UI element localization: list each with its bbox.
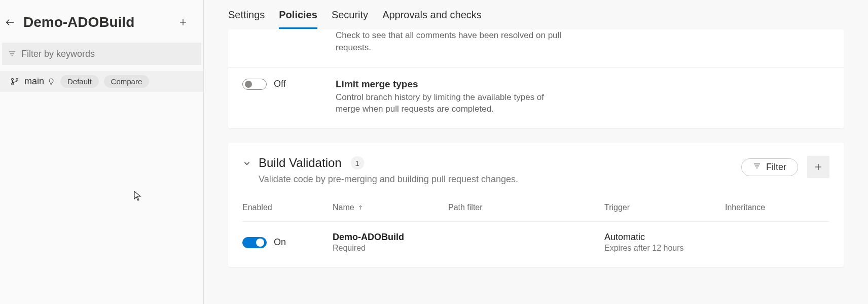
filter-button-label: Filter [766,162,786,173]
col-inheritance[interactable]: Inheritance [725,203,816,212]
lightbulb-icon [47,78,55,86]
svg-point-1 [12,83,14,85]
toggle-limit-merge-types-wrap: Off [242,79,323,90]
cell-trigger: Automatic Expires after 12 hours [604,232,721,253]
chevron-down-icon[interactable] [242,159,251,168]
mouse-cursor-icon [134,191,142,201]
build-validation-row[interactable]: On Demo-ADOBuild Required Automatic Expi… [242,222,829,263]
toggle-build-enabled[interactable] [242,237,267,248]
filter-keywords-box[interactable] [2,43,201,65]
content-scroll[interactable]: Check to see that all comments have been… [204,29,868,304]
sidebar: Demo-ADOBuild main Default Compare [0,0,204,304]
sidebar-header: Demo-ADOBuild [0,0,203,43]
build-validation-title: Build Validation [259,156,342,170]
build-validation-filter-button[interactable]: Filter [741,158,798,176]
branch-row-main[interactable]: main Default Compare [0,71,203,92]
policy-comment-resolution-desc-row: Check to see that all comments have been… [228,29,844,67]
build-row-expires: Expires after 12 hours [604,244,721,253]
back-arrow-icon[interactable] [4,16,16,28]
sort-asc-icon [357,205,364,211]
toggle-limit-merge-types-label: Off [274,79,286,89]
tab-policies[interactable]: Policies [279,9,317,29]
build-row-requirement: Required [333,244,444,253]
svg-point-0 [12,78,14,80]
col-name-label: Name [333,203,354,212]
build-validation-count: 1 [351,156,364,170]
build-validation-header: Build Validation 1 Validate code by pre-… [228,143,844,190]
col-enabled[interactable]: Enabled [242,203,329,212]
build-validation-actions: Filter [741,156,829,178]
tab-bar: Settings Policies Security Approvals and… [204,0,868,29]
tab-settings[interactable]: Settings [228,9,265,29]
tab-security[interactable]: Security [332,9,368,29]
main-area: Settings Policies Security Approvals and… [204,0,868,304]
branch-icon [10,77,19,86]
filter-keywords-input[interactable] [21,49,195,59]
filter-icon [753,162,761,173]
build-validation-card: Build Validation 1 Validate code by pre-… [228,143,844,267]
tag-compare[interactable]: Compare [104,75,150,88]
policy-limit-merge-types: Off Limit merge types Control branch his… [228,67,844,129]
tab-approvals-and-checks[interactable]: Approvals and checks [382,9,482,29]
build-validation-title-group: Build Validation 1 Validate code by pre-… [259,156,741,185]
branch-name: main [24,76,44,87]
build-validation-table: Enabled Name Path filter Trigger Inherit… [228,190,844,263]
policy-limit-merge-desc: Control branch history by limiting the a… [336,91,569,116]
tag-default[interactable]: Default [60,75,99,88]
cell-enabled: On [242,237,329,248]
col-path-filter[interactable]: Path filter [448,203,600,212]
cell-name: Demo-ADOBuild Required [333,232,444,253]
toggle-build-enabled-label: On [274,237,286,248]
branch-policies-card: Check to see that all comments have been… [228,29,844,128]
repo-title: Demo-ADOBuild [23,14,168,30]
build-validation-subtitle: Validate code by pre-merging and buildin… [259,174,741,185]
build-row-trigger: Automatic [604,232,721,243]
col-trigger[interactable]: Trigger [604,203,721,212]
add-repo-button[interactable] [175,14,191,30]
build-row-name: Demo-ADOBuild [333,232,444,243]
col-name[interactable]: Name [333,203,444,212]
build-validation-header-row: Enabled Name Path filter Trigger Inherit… [242,198,829,222]
filter-icon [8,50,16,58]
svg-point-2 [16,78,18,80]
add-build-validation-button[interactable] [807,156,829,178]
policy-comment-resolution-desc: Check to see that all comments have been… [336,29,569,56]
policy-limit-merge-text: Limit merge types Control branch history… [336,79,829,116]
policy-limit-merge-title: Limit merge types [336,79,829,90]
toggle-limit-merge-types[interactable] [242,79,267,90]
